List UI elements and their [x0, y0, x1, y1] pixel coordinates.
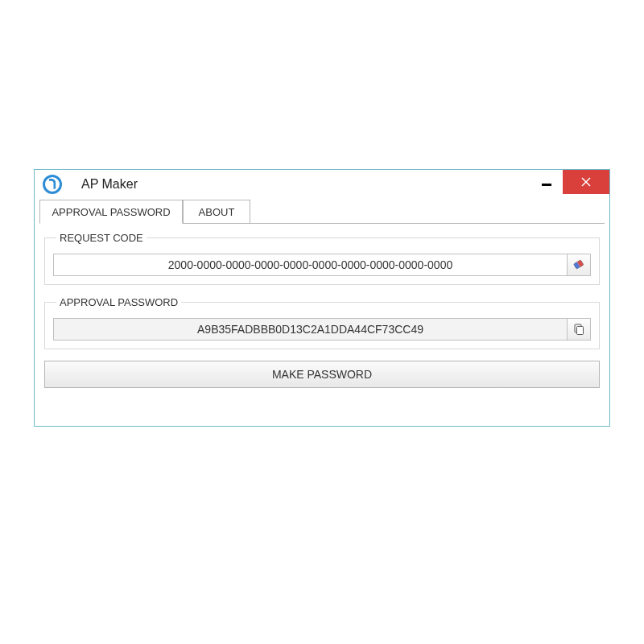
tab-strip: APPROVAL PASSWORD ABOUT — [39, 199, 605, 224]
eraser-icon — [572, 258, 586, 271]
request-code-row — [53, 254, 591, 276]
window-controls — [530, 170, 609, 194]
group-request-code: REQUEST CODE — [44, 232, 600, 285]
close-button[interactable] — [563, 170, 609, 194]
title-bar[interactable]: AP Maker — [35, 170, 609, 199]
app-icon — [43, 175, 62, 194]
client-area: REQUEST CODE APPROVAL PASSWORD — [35, 224, 609, 398]
app-window: AP Maker APPROVAL PASSWORD ABOUT REQUEST… — [34, 169, 610, 427]
make-password-button[interactable]: MAKE PASSWORD — [44, 361, 600, 388]
copy-icon — [572, 323, 585, 336]
tab-label: ABOUT — [199, 206, 235, 218]
group-legend: REQUEST CODE — [56, 232, 147, 244]
minimize-button[interactable] — [530, 170, 563, 194]
approval-password-output[interactable] — [53, 318, 567, 341]
tab-approval-password[interactable]: APPROVAL PASSWORD — [39, 200, 183, 224]
window-title: AP Maker — [81, 177, 138, 192]
group-legend: APPROVAL PASSWORD — [56, 296, 181, 308]
approval-password-row — [53, 318, 591, 341]
svg-rect-6 — [577, 327, 584, 335]
minimize-icon — [542, 184, 551, 186]
request-code-input[interactable] — [53, 254, 567, 276]
tab-about[interactable]: ABOUT — [183, 200, 250, 224]
clear-button[interactable] — [567, 254, 591, 276]
make-password-label: MAKE PASSWORD — [272, 368, 372, 381]
group-approval-password: APPROVAL PASSWORD — [44, 296, 600, 349]
tab-label: APPROVAL PASSWORD — [52, 206, 170, 218]
copy-button[interactable] — [567, 318, 591, 341]
close-icon — [580, 176, 592, 188]
